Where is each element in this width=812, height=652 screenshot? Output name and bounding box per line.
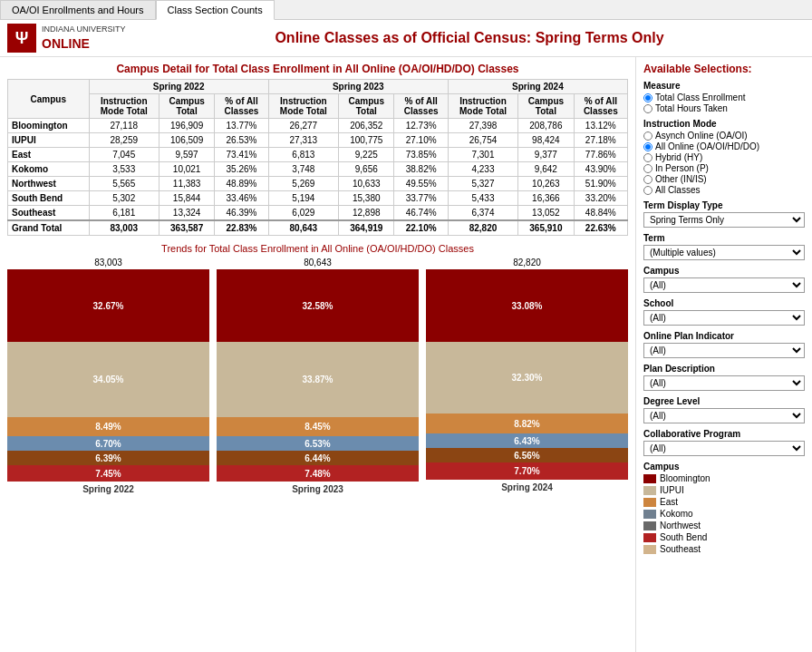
table-row: South Bend 5,302 15,844 33.46% 5,194 15,…	[8, 191, 628, 206]
plan-desc-label: Plan Description	[643, 364, 805, 374]
term-group: Term (Multiple values)	[643, 233, 805, 260]
col-campus24: CampusTotal	[518, 94, 574, 119]
school-select[interactable]: (All)	[643, 310, 805, 326]
online-plan-select[interactable]: (All)	[643, 343, 805, 358]
bar-segment: 6.44%	[217, 451, 419, 465]
stacked-bar: 33.08%32.30%8.82%6.43%6.56%7.70%	[426, 269, 628, 480]
tab-enrollments[interactable]: OA/OI Enrollments and Hours	[0, 0, 156, 19]
legend-item: South Bend	[643, 532, 805, 542]
spring24-header: Spring 2024	[448, 80, 627, 94]
legend-item: Southeast	[643, 544, 805, 554]
legend-item: Bloomington	[643, 473, 805, 483]
col-pct22: % of AllClasses	[215, 94, 268, 119]
legend-color	[643, 533, 656, 542]
term-display-group: Term Display Type Spring Terms Only	[643, 200, 805, 228]
measure-group: Measure Total Class Enrollment Total Hou…	[643, 81, 805, 113]
col-pct23: % of AllClasses	[394, 94, 448, 119]
table-section-title: Campus Detail for Total Class Enrollment…	[7, 63, 628, 75]
legend-color	[643, 474, 656, 483]
bar-segment: 33.08%	[426, 269, 628, 342]
bar-segment: 6.43%	[426, 433, 628, 448]
page-header: Ψ INDIANA UNIVERSITY ONLINE Online Class…	[0, 20, 812, 57]
collab-program-group: Collaborative Program (All)	[643, 429, 805, 456]
legend-item: IUPUI	[643, 485, 805, 495]
school-label: School	[643, 298, 805, 308]
plan-desc-group: Plan Description (All)	[643, 364, 805, 391]
instruction-mode-group: Instruction Mode Asynch Online (OA/OI) A…	[643, 119, 805, 195]
radio-total-hours[interactable]: Total Hours Taken	[643, 103, 805, 113]
campus-cell: East	[8, 148, 90, 162]
legend-item: Northwest	[643, 521, 805, 530]
bar-segment: 6.56%	[426, 448, 628, 462]
table-row: Southeast 6,181 13,324 46.39% 6,029 12,8…	[8, 206, 628, 221]
term-display-label: Term Display Type	[643, 200, 805, 210]
table-row: IUPUI 28,259 106,509 26.53% 27,313 100,7…	[8, 133, 628, 148]
legend-color	[643, 545, 656, 554]
charts-row: 83,00332.67%34.05%8.49%6.70%6.39%7.45%Sp…	[7, 258, 628, 494]
radio-total-class[interactable]: Total Class Enrollment	[643, 92, 805, 102]
legend-name: Bloomington	[660, 473, 710, 483]
bar-segment: 6.70%	[7, 436, 209, 451]
logo-icon: Ψ	[7, 24, 36, 53]
chart-bar: 80,64332.58%33.87%8.45%6.53%6.44%7.48%Sp…	[217, 258, 419, 494]
page-title: Online Classes as of Official Census: Sp…	[134, 30, 805, 46]
online-plan-group: Online Plan Indicator (All)	[643, 331, 805, 358]
legend-color	[643, 498, 656, 507]
tab-class-sections[interactable]: Class Section Counts	[156, 0, 275, 20]
bar-segment: 32.58%	[217, 269, 419, 342]
campus-label: Campus	[643, 266, 805, 276]
term-display-select[interactable]: Spring Terms Only	[643, 212, 805, 228]
table-row: Kokomo 3,533 10,021 35.26% 3,748 9,656 3…	[8, 162, 628, 177]
col-inst24: InstructionMode Total	[448, 94, 517, 119]
col-inst22: InstructionMode Total	[89, 94, 159, 119]
logo: Ψ INDIANA UNIVERSITY ONLINE	[7, 24, 134, 53]
campus-cell: Southeast	[8, 206, 90, 221]
plan-desc-select[interactable]: (All)	[643, 375, 805, 391]
panel-title: Available Selections:	[643, 63, 805, 75]
campus-group: Campus (All)	[643, 266, 805, 293]
campus-select[interactable]: (All)	[643, 277, 805, 293]
table-row: Northwest 5,565 11,383 48.89% 5,269 10,6…	[8, 177, 628, 191]
bar-segment: 7.48%	[217, 465, 419, 482]
bar-segment: 32.67%	[7, 269, 209, 342]
bar-segment: 7.45%	[7, 465, 209, 482]
spring23-header: Spring 2023	[268, 80, 448, 94]
campus-cell: Kokomo	[8, 162, 90, 177]
degree-level-label: Degree Level	[643, 396, 805, 406]
chart-year-label: Spring 2023	[217, 484, 419, 494]
bar-segment: 8.45%	[217, 417, 419, 436]
chart-section: Trends for Total Class Enrollment in All…	[7, 243, 628, 494]
collab-program-select[interactable]: (All)	[643, 441, 805, 456]
table-row: East 7,045 9,597 73.41% 6,813 9,225 73.8…	[8, 148, 628, 162]
legend-name: East	[660, 497, 678, 507]
legend-group: Campus BloomingtonIUPUIEastKokomoNorthwe…	[643, 462, 805, 554]
bar-segment: 8.49%	[7, 417, 209, 436]
chart-bar: 83,00332.67%34.05%8.49%6.70%6.39%7.45%Sp…	[7, 258, 209, 494]
col-pct24: % of AllClasses	[574, 94, 627, 119]
chart-total: 82,820	[426, 258, 628, 268]
online-plan-label: Online Plan Indicator	[643, 331, 805, 341]
term-label: Term	[643, 233, 805, 243]
degree-level-group: Degree Level (All)	[643, 396, 805, 423]
campus-cell: IUPUI	[8, 133, 90, 148]
instruction-mode-label: Instruction Mode	[643, 119, 805, 129]
chart-year-label: Spring 2022	[7, 484, 209, 494]
enrollment-table: Campus Spring 2022 Spring 2023 Spring 20…	[7, 79, 628, 236]
degree-level-select[interactable]: (All)	[643, 408, 805, 423]
campus-cell: Grand Total	[8, 220, 90, 236]
logo-text: INDIANA UNIVERSITY ONLINE	[42, 24, 126, 52]
chart-title: Trends for Total Class Enrollment in All…	[7, 243, 628, 254]
chart-total: 80,643	[217, 258, 419, 268]
legend-item: East	[643, 497, 805, 507]
stacked-bar: 32.58%33.87%8.45%6.53%6.44%7.48%	[217, 269, 419, 482]
legend-name: Northwest	[660, 521, 701, 530]
col-campus22: CampusTotal	[159, 94, 214, 119]
bar-segment: 6.53%	[217, 436, 419, 451]
bar-segment: 34.05%	[7, 342, 209, 417]
table-row: Bloomington 27,118 196,909 13.77% 26,277…	[8, 119, 628, 133]
main-content: Campus Detail for Total Class Enrollment…	[0, 57, 812, 652]
term-select[interactable]: (Multiple values)	[643, 245, 805, 260]
legend-color	[643, 521, 656, 530]
legend-item: Kokomo	[643, 509, 805, 519]
tab-bar: OA/OI Enrollments and Hours Class Sectio…	[0, 0, 812, 20]
